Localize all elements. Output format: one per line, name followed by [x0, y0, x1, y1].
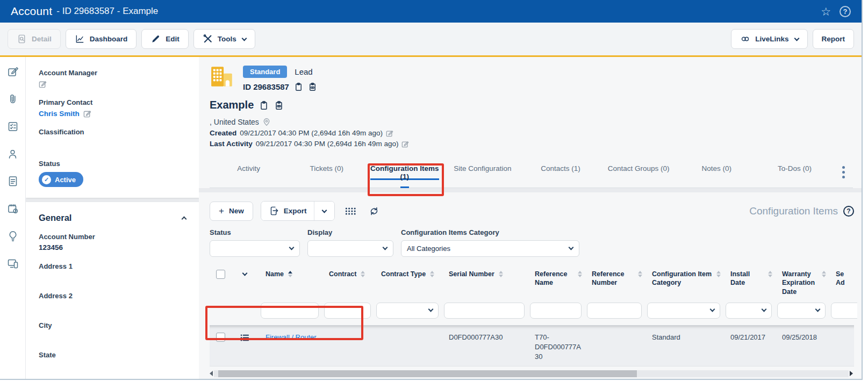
collapse-chevron-icon[interactable]: [182, 217, 187, 222]
contract-filter-input[interactable]: [324, 303, 371, 319]
category-column-filter-select[interactable]: [647, 303, 720, 319]
created-label: Created: [210, 129, 236, 137]
category-filter-select[interactable]: All Categories: [401, 240, 579, 257]
livelinks-button[interactable]: LiveLinks: [731, 29, 807, 49]
cell-warranty-expiration-date: 09/25/2018: [774, 326, 828, 347]
calendar-clock-icon[interactable]: [7, 203, 19, 214]
pencil-icon: [150, 34, 161, 44]
tab-activity[interactable]: Activity: [210, 156, 288, 188]
tab-site-configuration[interactable]: Site Configuration: [443, 156, 521, 188]
toolbar: Detail Dashboard Edit Tools LiveLinks Re…: [0, 23, 862, 57]
status-badge-label: Active: [55, 176, 76, 184]
tab-contact-groups[interactable]: Contact Groups (0): [600, 156, 678, 188]
sidebar: Account Manager Primary Contact Chris Sm…: [26, 57, 199, 379]
tab-configuration-items[interactable]: Configuration Items (1): [365, 156, 443, 188]
table-row[interactable]: Firewall / Router D0FD000777A30 T70-D0FD…: [210, 325, 854, 367]
address2-label: Address 2: [39, 292, 186, 300]
configuration-item-link[interactable]: Firewall / Router: [266, 333, 317, 341]
task-checklist-icon[interactable]: [7, 120, 19, 132]
favorite-star-icon[interactable]: ☆: [821, 6, 831, 17]
page-subtitle: - ID 29683587 - Example: [56, 6, 158, 17]
column-header-reference-name[interactable]: Reference Name: [527, 264, 584, 293]
status-filter-select[interactable]: [210, 240, 300, 257]
lightbulb-icon[interactable]: [7, 230, 19, 242]
column-chooser-button[interactable]: [342, 205, 359, 218]
column-header-configuration-item-category[interactable]: Configuration Item Category: [644, 264, 723, 293]
copy-link-clipboard-icon[interactable]: [274, 100, 284, 110]
attachment-paperclip-icon[interactable]: [7, 93, 19, 105]
column-header-name[interactable]: Name: [258, 264, 321, 284]
report-button[interactable]: Report: [813, 29, 855, 49]
clipped-filter-input[interactable]: [831, 303, 857, 319]
column-header-contract-type[interactable]: Contract Type: [374, 264, 441, 284]
help-icon[interactable]: ?: [840, 6, 851, 17]
tab-contacts[interactable]: Contacts (1): [522, 156, 600, 188]
primary-contact-link[interactable]: Chris Smith: [39, 110, 80, 118]
scrollbar-thumb[interactable]: [218, 370, 637, 377]
cell-serial-number: D0FD000777A30: [441, 326, 527, 347]
account-header-card: Standard Lead ID 29683587 Example: [199, 57, 862, 188]
edit-icon[interactable]: [386, 130, 393, 137]
column-header-install-date[interactable]: Install Date: [723, 264, 774, 293]
detail-button[interactable]: Detail: [8, 29, 61, 49]
copy-clipboard-icon[interactable]: [294, 82, 303, 91]
contact-person-icon[interactable]: [7, 148, 19, 160]
tab-notes[interactable]: Notes (0): [678, 156, 756, 188]
tabs-overflow-menu-icon[interactable]: [834, 156, 853, 188]
row-menu-list-icon[interactable]: [240, 333, 250, 343]
edit-button[interactable]: Edit: [141, 29, 189, 49]
sort-icons: [361, 271, 365, 277]
contract-type-filter-select[interactable]: [376, 303, 439, 319]
scroll-left-icon[interactable]: [210, 371, 213, 376]
devices-icon[interactable]: [7, 257, 19, 269]
refresh-button[interactable]: [367, 204, 382, 219]
serial-number-filter-input[interactable]: [444, 303, 525, 319]
column-header-serial-number[interactable]: Serial Number: [441, 264, 527, 284]
scrollbar-track[interactable]: [214, 370, 849, 377]
tab-todos[interactable]: To-Dos (0): [756, 156, 834, 188]
sort-icons: [822, 271, 826, 277]
copy-link-clipboard-icon[interactable]: [308, 82, 317, 91]
edit-icon[interactable]: [39, 80, 47, 88]
table-header-row: Name Contract Contract Type Serial: [210, 264, 854, 301]
select-all-checkbox[interactable]: [216, 270, 225, 279]
edit-icon[interactable]: [401, 140, 409, 148]
display-filter-label: Display: [307, 228, 393, 236]
display-filter-select[interactable]: [307, 240, 393, 257]
chevron-down-icon: [794, 35, 799, 41]
row-checkbox[interactable]: [216, 333, 225, 342]
install-date-filter-select[interactable]: [726, 303, 772, 319]
export-button-label: Export: [284, 207, 307, 215]
compose-note-icon[interactable]: [7, 66, 19, 77]
main-panel: Standard Lead ID 29683587 Example: [199, 57, 862, 379]
created-value: 09/21/2017 04:30 PM (2,694d 16h 49m ago): [240, 129, 383, 137]
sort-icons: [499, 271, 503, 277]
name-filter-input[interactable]: [261, 303, 319, 319]
column-header-contract[interactable]: Contract: [321, 264, 374, 284]
building-icon: [210, 64, 235, 88]
copy-clipboard-icon[interactable]: [259, 100, 269, 110]
column-header-reference-number[interactable]: Reference Number: [584, 264, 644, 293]
account-manager-label: Account Manager: [39, 69, 186, 77]
status-label: Status: [39, 160, 186, 168]
sort-icons: [638, 271, 642, 277]
document-icon[interactable]: [7, 175, 19, 187]
edit-icon[interactable]: [83, 110, 91, 118]
reference-number-filter-input[interactable]: [587, 303, 642, 319]
scroll-right-icon[interactable]: [850, 371, 853, 376]
column-header-warranty-expiration-date[interactable]: Warranty Expiration Date: [774, 264, 828, 301]
warranty-date-filter-select[interactable]: [777, 303, 826, 319]
tab-tickets[interactable]: Tickets (0): [288, 156, 365, 188]
column-header-clipped[interactable]: SeAd: [828, 264, 857, 293]
dashboard-button[interactable]: Dashboard: [66, 29, 137, 49]
tools-button[interactable]: Tools: [193, 29, 255, 49]
export-button[interactable]: Export: [261, 202, 314, 220]
account-location: , United States: [210, 118, 259, 126]
reference-name-filter-input[interactable]: [530, 303, 582, 319]
horizontal-scrollbar[interactable]: [210, 370, 853, 377]
export-menu-button[interactable]: [314, 202, 334, 220]
grid-help-icon[interactable]: ?: [843, 206, 854, 217]
bulk-actions-chevron-icon[interactable]: [242, 271, 247, 276]
new-button[interactable]: + New: [210, 202, 253, 221]
grid-dots-icon: [345, 207, 357, 215]
